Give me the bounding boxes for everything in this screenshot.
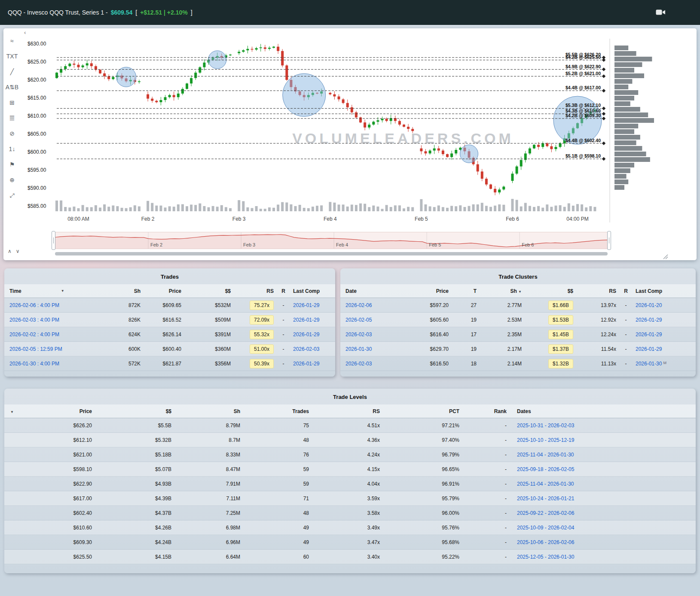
cluster-row[interactable]: 2026-02-03 $616.40 17 2.35M $1.45B 12.24… [340,327,696,342]
levels-rows-tool-icon[interactable]: ☰ [6,113,18,123]
col-time[interactable]: Time [9,288,21,294]
flag-tool-icon[interactable]: ⚑ [6,160,18,169]
level-row[interactable]: $617.00 $4.39B 7.11M 71 3.59x 95.79% - 2… [4,491,696,506]
col-last-comp[interactable]: Last Comp [293,288,330,294]
resize-grip-icon[interactable] [663,254,668,259]
trade-time-link[interactable]: 2026-02-03 : 4:00 PM [9,317,110,323]
scroll-down-icon[interactable]: ∨ [16,248,20,254]
col-t[interactable]: T [449,288,477,294]
level-row[interactable]: $621.00 $5.18B 8.33M 76 4.24x 96.79% - 2… [4,447,696,462]
last-comp-link[interactable]: 2026-01-29 [636,317,662,323]
col-last-comp[interactable]: Last Comp [636,288,691,294]
level-dates-link[interactable]: 2025-09-22 - 2026-02-06 [517,510,574,516]
scroll-up-icon[interactable]: ∧ [8,248,12,254]
level-row[interactable]: $612.10 $5.32B 8.7M 48 4.36x 97.40% - 20… [4,433,696,447]
level-dates-link[interactable]: 2025-10-24 - 2026-01-21 [517,496,574,502]
level-dates-link[interactable]: 2025-10-06 - 2026-02-06 [517,539,574,545]
cluster-date-link[interactable]: 2026-02-03 [345,331,395,338]
level-row[interactable]: $622.90 $4.93B 7.91M 59 4.04x 96.91% - 2… [4,477,696,491]
level-row[interactable]: $609.30 $4.24B 6.96M 49 3.47x 95.68% - 2… [4,535,696,550]
last-comp-link[interactable]: 2026-01-29 [293,302,319,308]
price-chart[interactable]: VOLUMELEADERS.COM$630.00$625.00$620.00$6… [21,28,696,230]
trade-time-link[interactable]: 2026-02-05 : 12:59 PM [9,346,110,352]
cluster-date-link[interactable]: 2026-02-06 [345,302,395,308]
level-row[interactable]: $625.50 $4.15B 6.64M 60 3.40x 95.22% - 2… [4,550,696,564]
level-dates-link[interactable]: 2025-12-05 - 2026-01-30 [517,554,574,560]
trade-row[interactable]: 2026-02-03 : 4:00 PM 826K $616.52 $509M … [4,313,335,327]
level-price: $622.90 [28,481,92,487]
col-rs[interactable]: RS [573,288,616,294]
level-trades: 71 [240,496,309,502]
cluster-row[interactable]: 2026-01-30 $629.70 19 2.17M $1.37B 11.54… [340,342,696,356]
col-sh[interactable]: Sh [510,288,517,294]
level-dates-link[interactable]: 2025-10-10 - 2025-12-19 [517,437,574,443]
fullscreen-icon[interactable]: ⤢ [6,191,18,200]
trade-time-link[interactable]: 2026-01-30 : 4:00 PM [9,361,110,367]
chart-navigator[interactable]: Feb 2Feb 3Feb 4Feb 5Feb 6 [55,232,608,249]
cluster-row[interactable]: 2026-02-03 $616.50 18 2.14M $1.32B 11.13… [340,356,696,371]
col-r[interactable]: R [616,288,636,294]
cluster-row[interactable]: 2026-02-06 $597.20 27 2.77M $1.66B 13.97… [340,298,696,313]
col-price[interactable]: Price [395,288,449,294]
trade-row[interactable]: 2026-02-02 : 4:00 PM 624K $626.14 $391M … [4,327,335,342]
trendline-tool-icon[interactable]: ╱ [6,67,18,76]
level-price: $610.60 [28,525,92,531]
cluster-row[interactable]: 2026-02-05 $605.60 19 2.53M $1.53B 12.92… [340,313,696,327]
last-comp-link[interactable]: 2026-01-29 [293,331,319,338]
level-dates-link[interactable]: 2025-10-31 - 2026-02-03 [517,423,574,429]
pattern-box-tool-icon[interactable]: ⊞ [6,98,18,107]
level-dates-link[interactable]: 2025-09-18 - 2026-02-05 [517,466,574,472]
col-rs[interactable]: RS [231,288,274,294]
level-dates-link[interactable]: 2025-10-09 - 2026-02-04 [517,525,574,531]
numbers-tool-icon[interactable]: 1↓ [6,144,18,154]
filter-icon[interactable]: ▼ [10,410,14,414]
filter-icon[interactable]: ▼ [61,289,64,293]
ab-range-tool-icon[interactable]: A⇅B [6,82,18,92]
col-trades[interactable]: Trades [240,408,309,414]
y-axis-label: $615.00 [28,95,46,101]
col-dollars[interactable]: $$ [181,288,231,294]
trade-row[interactable]: 2026-01-30 : 4:00 PM 572K $621.87 $356M … [4,356,335,371]
level-row[interactable]: $598.10 $5.07B 8.47M 59 4.15x 96.65% - 2… [4,462,696,477]
trade-time-link[interactable]: 2026-02-06 : 4:00 PM [9,302,110,308]
col-sh[interactable]: Sh [110,288,141,294]
text-tool-icon[interactable]: TXT [6,52,18,61]
last-comp-link[interactable]: 2026-01-29 [636,346,662,352]
last-comp-link[interactable]: 2026-01-20 [636,302,662,308]
col-price[interactable]: Price [141,288,181,294]
camera-icon[interactable] [656,9,666,16]
col-price[interactable]: Price [28,408,92,414]
level-dates-link[interactable]: 2025-11-04 - 2026-01-30 [517,481,574,487]
col-date[interactable]: Date [345,288,395,294]
col-pct[interactable]: PCT [380,408,459,414]
magnet-tool-icon[interactable]: ⊕ [6,175,18,185]
col-rank[interactable]: Rank [459,408,507,414]
last-comp-link[interactable]: 2026-01-30 [636,361,662,367]
level-row[interactable]: $610.60 $4.26B 6.98M 49 3.49x 95.76% - 2… [4,520,696,535]
col-rs[interactable]: RS [309,408,380,414]
col-r[interactable]: R [274,288,293,294]
cluster-date-link[interactable]: 2026-02-05 [345,317,395,323]
last-comp-link[interactable]: 2026-02-03 [293,346,319,352]
col-sh[interactable]: Sh [171,408,240,414]
trade-time-link[interactable]: 2026-02-02 : 4:00 PM [9,331,110,338]
hide-drawings-icon[interactable]: ⊘ [6,129,18,138]
col-dollars[interactable]: $$ [92,408,171,414]
trade-row[interactable]: 2026-02-05 : 12:59 PM 600K $600.40 $360M… [4,342,335,356]
level-row[interactable]: $626.20 $5.5B 8.79M 75 4.51x 97.21% - 20… [4,418,696,433]
col-dates[interactable]: Dates [507,408,690,414]
horizontal-scrollbar[interactable] [55,252,608,255]
cluster-date-link[interactable]: 2026-01-30 [345,346,395,352]
col-dollars[interactable]: $$ [522,288,573,294]
cluster-date-link[interactable]: 2026-02-03 [345,361,395,367]
trade-row[interactable]: 2026-02-06 : 4:00 PM 872K $609.65 $532M … [4,298,335,313]
sort-desc-icon[interactable]: ▼ [518,290,522,294]
navigator-left-handle[interactable] [52,231,55,250]
level-dates-link[interactable]: 2025-11-04 - 2026-01-30 [517,452,574,458]
level-row[interactable]: $602.40 $4.37B 7.25M 48 3.58x 96.00% - 2… [4,506,696,520]
last-comp-link[interactable]: 2026-01-29 [293,361,319,367]
trend-tool-icon[interactable]: ≈ [6,36,18,46]
last-comp-link[interactable]: 2026-01-29 [636,331,662,338]
last-comp-link[interactable]: 2026-01-29 [293,317,319,323]
navigator-right-handle[interactable] [607,231,611,250]
